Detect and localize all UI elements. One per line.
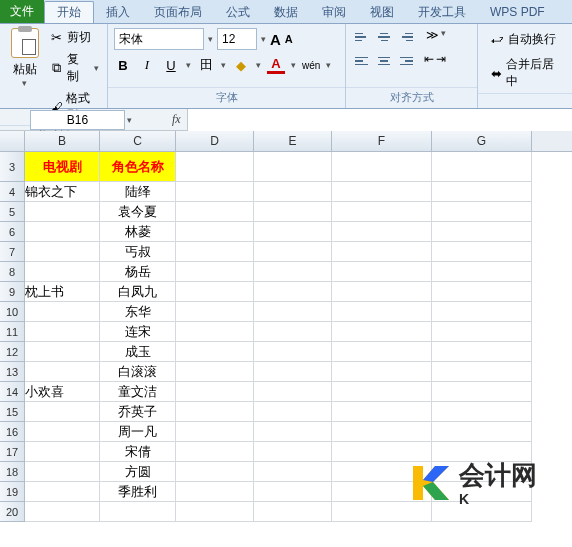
cell[interactable]: 东华 — [100, 302, 176, 322]
cell[interactable] — [432, 322, 532, 342]
cell[interactable] — [432, 202, 532, 222]
cell[interactable] — [176, 222, 254, 242]
cell[interactable] — [432, 282, 532, 302]
col-header-b[interactable]: B — [25, 131, 100, 151]
cell[interactable] — [176, 442, 254, 462]
cell[interactable] — [332, 262, 432, 282]
cell[interactable]: 林菱 — [100, 222, 176, 242]
cell[interactable] — [25, 502, 100, 522]
chevron-down-icon[interactable]: ▾ — [208, 34, 213, 44]
tab-formula[interactable]: 公式 — [214, 1, 262, 23]
row-header[interactable]: 9 — [0, 282, 25, 302]
cell[interactable] — [25, 442, 100, 462]
chevron-down-icon[interactable]: ▾ — [291, 60, 296, 70]
italic-button[interactable]: I — [138, 57, 156, 73]
cell[interactable]: 锦衣之下 — [25, 182, 100, 202]
cell[interactable] — [432, 222, 532, 242]
paste-button[interactable]: 粘贴 ▾ — [6, 28, 43, 88]
chevron-down-icon[interactable]: ▾ — [256, 60, 261, 70]
cell[interactable] — [254, 442, 332, 462]
col-header-g[interactable]: G — [432, 131, 532, 151]
cell[interactable] — [254, 382, 332, 402]
cell[interactable] — [25, 482, 100, 502]
orientation-button[interactable]: ≫ — [426, 28, 439, 46]
cell[interactable] — [254, 222, 332, 242]
cell[interactable] — [332, 322, 432, 342]
cell[interactable] — [432, 402, 532, 422]
merge-center-button[interactable]: ⬌合并后居中 — [488, 55, 562, 91]
cell[interactable]: 角色名称 — [100, 152, 176, 182]
cell[interactable]: 小欢喜 — [25, 382, 100, 402]
row-header[interactable]: 19 — [0, 482, 25, 502]
cell[interactable] — [176, 282, 254, 302]
cell[interactable] — [176, 302, 254, 322]
cell[interactable] — [176, 502, 254, 522]
row-header[interactable]: 14 — [0, 382, 25, 402]
cell[interactable] — [254, 482, 332, 502]
row-header[interactable]: 18 — [0, 462, 25, 482]
cell[interactable] — [176, 462, 254, 482]
cell[interactable]: 周一凡 — [100, 422, 176, 442]
tab-layout[interactable]: 页面布局 — [142, 1, 214, 23]
cell[interactable] — [176, 152, 254, 182]
cell[interactable]: 成玉 — [100, 342, 176, 362]
cell[interactable] — [25, 202, 100, 222]
cell[interactable] — [100, 502, 176, 522]
cell[interactable]: 袁今夏 — [100, 202, 176, 222]
cell[interactable] — [254, 242, 332, 262]
cell[interactable] — [332, 382, 432, 402]
bold-button[interactable]: B — [114, 58, 132, 73]
cell[interactable] — [25, 222, 100, 242]
cell[interactable] — [254, 402, 332, 422]
cell[interactable] — [254, 202, 332, 222]
cell[interactable] — [332, 422, 432, 442]
cell[interactable] — [432, 302, 532, 322]
row-header[interactable]: 11 — [0, 322, 25, 342]
cell[interactable] — [254, 422, 332, 442]
row-header[interactable]: 16 — [0, 422, 25, 442]
tab-file[interactable]: 文件 — [0, 0, 44, 23]
tab-dev[interactable]: 开发工具 — [406, 1, 478, 23]
cell[interactable] — [254, 322, 332, 342]
row-header[interactable]: 20 — [0, 502, 25, 522]
chevron-down-icon[interactable]: ▾ — [221, 60, 226, 70]
col-header-f[interactable]: F — [332, 131, 432, 151]
chevron-down-icon[interactable]: ▾ — [186, 60, 191, 70]
font-color-button[interactable]: A — [267, 56, 285, 74]
align-top-center-button[interactable] — [374, 28, 394, 46]
cell[interactable]: 丐叔 — [100, 242, 176, 262]
cell[interactable] — [25, 322, 100, 342]
align-center-button[interactable] — [374, 52, 394, 70]
cell[interactable] — [25, 262, 100, 282]
cut-button[interactable]: ✂剪切 — [47, 28, 101, 47]
row-header[interactable]: 12 — [0, 342, 25, 362]
cell[interactable]: 宋倩 — [100, 442, 176, 462]
font-size-input[interactable] — [217, 28, 257, 50]
cell[interactable] — [332, 342, 432, 362]
cell[interactable] — [25, 362, 100, 382]
cell[interactable] — [332, 222, 432, 242]
tab-home[interactable]: 开始 — [44, 1, 94, 23]
col-header-c[interactable]: C — [100, 131, 176, 151]
name-box[interactable]: B16 — [30, 110, 125, 130]
tab-view[interactable]: 视图 — [358, 1, 406, 23]
row-header[interactable]: 10 — [0, 302, 25, 322]
cell[interactable] — [332, 152, 432, 182]
cell[interactable] — [332, 362, 432, 382]
cell[interactable] — [432, 262, 532, 282]
cell[interactable] — [25, 422, 100, 442]
chevron-down-icon[interactable]: ▾ — [326, 60, 331, 70]
row-header[interactable]: 13 — [0, 362, 25, 382]
cell[interactable] — [254, 362, 332, 382]
cell[interactable]: 电视剧 — [25, 152, 100, 182]
formula-input[interactable] — [187, 109, 572, 131]
cell[interactable] — [332, 202, 432, 222]
tab-data[interactable]: 数据 — [262, 1, 310, 23]
cell[interactable] — [332, 282, 432, 302]
cell[interactable] — [25, 302, 100, 322]
cell[interactable] — [176, 342, 254, 362]
cell[interactable] — [432, 242, 532, 262]
cell[interactable] — [254, 282, 332, 302]
cell[interactable]: 白滚滚 — [100, 362, 176, 382]
tab-insert[interactable]: 插入 — [94, 1, 142, 23]
